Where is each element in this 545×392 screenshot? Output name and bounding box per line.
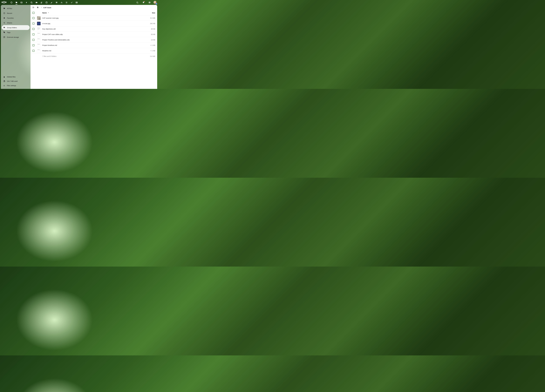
sidebar-item-label: Shares bbox=[7, 22, 12, 24]
svg-point-20 bbox=[136, 2, 138, 3]
column-header-size[interactable]: Size bbox=[145, 12, 155, 14]
column-header-name[interactable]: Name bbox=[42, 12, 145, 14]
svg-point-27 bbox=[4, 27, 5, 28]
table-row[interactable]: CAT scanner room.jpg5.5 MB bbox=[31, 15, 157, 21]
row-checkbox[interactable] bbox=[32, 17, 34, 19]
sidebar-item-label: Favorites bbox=[7, 17, 14, 19]
table-header: Name Size bbox=[31, 10, 157, 15]
svg-point-7 bbox=[41, 2, 42, 2]
notification-dot bbox=[144, 1, 145, 2]
file-thumbnail bbox=[37, 33, 41, 36]
share-icon bbox=[3, 22, 5, 24]
breadcrumb-home-icon[interactable] bbox=[36, 6, 39, 10]
table-row[interactable]: Project Timeline and Deliverables.ods13 … bbox=[31, 37, 157, 42]
sidebar-item-label: 154.7 MB used bbox=[7, 80, 18, 82]
svg-point-13 bbox=[61, 2, 62, 2]
file-name[interactable]: Project timelines.md bbox=[42, 44, 145, 46]
select-all-checkbox[interactable] bbox=[32, 12, 34, 14]
tables-app-icon[interactable] bbox=[74, 0, 79, 5]
svg-rect-19 bbox=[76, 2, 78, 3]
photos-app-icon[interactable] bbox=[19, 0, 24, 5]
mail-app-icon[interactable] bbox=[34, 0, 39, 5]
svg-point-30 bbox=[4, 85, 4, 86]
notifications-icon[interactable] bbox=[141, 0, 146, 5]
sidebar-item-favorites[interactable]: Favorites bbox=[2, 16, 30, 20]
table-row[interactable]: Readme.md< 1 KB bbox=[31, 48, 157, 54]
row-checkbox[interactable] bbox=[32, 44, 34, 46]
row-checkbox[interactable] bbox=[32, 23, 34, 24]
svg-point-0 bbox=[2, 2, 3, 3]
table-row[interactable]: ct-scan.jpg242 KB bbox=[31, 21, 157, 26]
sidebar-item-label: Tags bbox=[7, 31, 11, 33]
svg-point-17 bbox=[66, 2, 66, 3]
sidebar-item-group-folders[interactable]: Group folders bbox=[2, 25, 30, 30]
svg-rect-11 bbox=[56, 2, 57, 3]
file-name[interactable]: Project Timeline and Deliverables.ods bbox=[42, 39, 145, 41]
file-name[interactable]: Project CAT scan slides.odp bbox=[42, 33, 145, 35]
svg-rect-6 bbox=[36, 2, 37, 3]
sidebar-item-quota[interactable]: 154.7 MB used bbox=[2, 79, 30, 83]
folder-icon bbox=[3, 7, 5, 9]
svg-rect-12 bbox=[56, 3, 57, 3]
sidebar-item-tags[interactable]: Tags bbox=[2, 30, 30, 35]
chevron-right-icon bbox=[41, 6, 42, 9]
sidebar-item-external-storage[interactable]: External storage bbox=[2, 35, 30, 40]
table-row[interactable]: Key objectives.odt28 KB bbox=[31, 26, 157, 32]
search-icon[interactable] bbox=[135, 0, 140, 5]
dashboard-app-icon[interactable] bbox=[9, 0, 14, 5]
file-thumbnail bbox=[37, 49, 41, 53]
sidebar-item-label: Deleted files bbox=[7, 76, 16, 78]
sidebar-item-recent[interactable]: Recent bbox=[2, 11, 30, 16]
file-name[interactable]: Key objectives.odt bbox=[42, 28, 145, 30]
sidebar-item-all-files[interactable]: All files bbox=[2, 6, 30, 11]
main-panel: CAT Scan Name Size CAT scanner room.jpg5… bbox=[31, 5, 157, 89]
nextcloud-logo[interactable] bbox=[1, 1, 7, 4]
talk-app-icon[interactable] bbox=[29, 0, 34, 5]
svg-point-5 bbox=[31, 2, 32, 3]
file-name[interactable]: Readme.md bbox=[42, 50, 145, 52]
contacts-menu-icon[interactable] bbox=[147, 0, 152, 5]
breadcrumb-current[interactable]: CAT Scan bbox=[43, 7, 51, 9]
sidebar-item-files-settings[interactable]: Files settings bbox=[2, 83, 30, 88]
avatar[interactable] bbox=[154, 1, 157, 4]
summary-row: 7 files and 0 folders 5.8 MB bbox=[31, 54, 157, 59]
table-row[interactable]: Project CAT scan slides.odp26 KB bbox=[31, 32, 157, 37]
sidebar-item-label: Files settings bbox=[7, 85, 16, 86]
row-checkbox[interactable] bbox=[32, 39, 34, 41]
svg-point-8 bbox=[42, 2, 42, 2]
row-checkbox[interactable] bbox=[32, 28, 34, 30]
file-size: 13 KB bbox=[145, 39, 155, 41]
file-name[interactable]: ct-scan.jpg bbox=[42, 23, 145, 24]
toggle-sidebar-icon[interactable] bbox=[32, 6, 35, 9]
sidebar-item-shares[interactable]: Shares bbox=[2, 20, 30, 25]
file-size: 242 KB bbox=[145, 23, 155, 24]
list-app-icon[interactable] bbox=[64, 0, 69, 5]
table-row[interactable]: Project timelines.md< 1 KB bbox=[31, 42, 157, 48]
file-size: < 1 KB bbox=[145, 44, 155, 46]
pie-icon bbox=[3, 80, 5, 82]
avatar-status-badge bbox=[156, 3, 157, 5]
sidebar-item-deleted[interactable]: Deleted files bbox=[2, 75, 30, 79]
file-size: 5.5 MB bbox=[145, 17, 155, 19]
clock-icon bbox=[3, 12, 5, 14]
svg-point-1 bbox=[3, 1, 5, 3]
file-name[interactable]: CAT scanner room.jpg bbox=[42, 17, 145, 19]
sidebar-item-label: Recent bbox=[7, 12, 12, 14]
tasks-app-icon[interactable] bbox=[69, 0, 74, 5]
sidebar-item-label: External storage bbox=[7, 36, 19, 38]
contacts-app-icon[interactable] bbox=[39, 0, 44, 5]
activity-app-icon[interactable] bbox=[24, 0, 29, 5]
circles-app-icon[interactable] bbox=[59, 0, 64, 5]
calendar-app-icon[interactable] bbox=[44, 0, 49, 5]
sidebar-item-label: All files bbox=[7, 7, 12, 9]
tag-icon bbox=[3, 31, 5, 33]
row-checkbox[interactable] bbox=[32, 33, 34, 35]
row-checkbox[interactable] bbox=[32, 50, 34, 52]
svg-point-16 bbox=[66, 2, 66, 2]
notes-app-icon[interactable] bbox=[49, 0, 54, 5]
summary-size: 5.8 MB bbox=[145, 55, 155, 57]
gear-icon bbox=[3, 85, 5, 87]
file-thumbnail bbox=[37, 22, 41, 25]
files-app-icon[interactable] bbox=[14, 0, 19, 5]
deck-app-icon[interactable] bbox=[54, 0, 59, 5]
